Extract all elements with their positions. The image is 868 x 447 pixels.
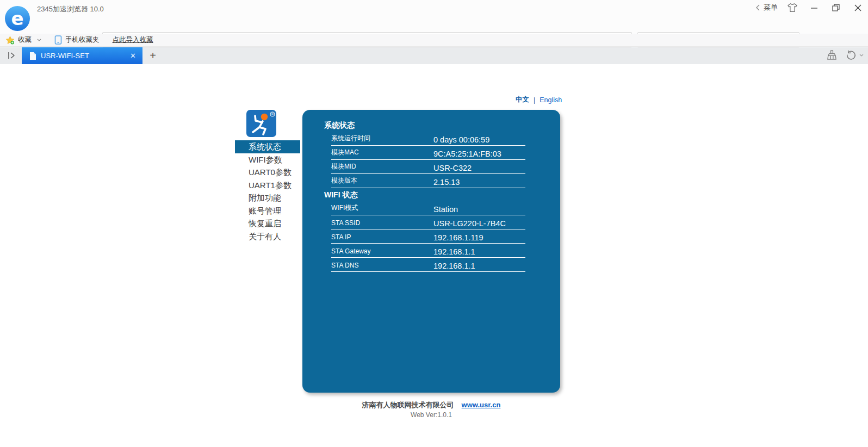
close-button[interactable] bbox=[851, 2, 865, 14]
chevron-left-icon bbox=[755, 4, 760, 11]
chevron-down-icon bbox=[37, 39, 41, 42]
page-icon bbox=[29, 52, 36, 60]
field-label: 模块MAC bbox=[331, 148, 359, 157]
window-title: 2345加速浏览器 10.0 bbox=[37, 4, 104, 14]
minimize-button[interactable] bbox=[807, 2, 821, 14]
field-value: 192.168.1.1 bbox=[433, 262, 475, 270]
page-footer: 济南有人物联网技术有限公司www.usr.cn Web Ver:1.0.1 bbox=[302, 400, 560, 419]
tab-title: USR-WIFI-SET bbox=[41, 52, 130, 60]
field-value: 9C:A5:25:1A:FB:03 bbox=[433, 150, 501, 158]
field-row-wifi-mode: WIFI模式 Station bbox=[331, 202, 525, 215]
language-switcher: 中文 | English bbox=[516, 95, 562, 104]
field-value: 192.168.1.119 bbox=[433, 233, 483, 242]
toolbar: 192.168.1.119 e Costco开业首日 bbox=[0, 15, 868, 34]
usr-iot-logo: R bbox=[246, 110, 276, 137]
lang-divider: | bbox=[534, 96, 535, 104]
status-panel: 系统状态 系统运行时间 0 days 00:06:59 模块MAC 9C:A5:… bbox=[302, 110, 560, 393]
field-row-mac: 模块MAC 9C:A5:25:1A:FB:03 bbox=[331, 147, 525, 160]
field-label: WIFI模式 bbox=[331, 203, 358, 213]
field-value: USR-C322 bbox=[433, 164, 472, 172]
phone-icon bbox=[54, 35, 62, 45]
web-page: 中文 | English R 系统状态 WIFI参数 UART0参数 bbox=[0, 64, 868, 447]
field-label: 模块MID bbox=[331, 162, 356, 171]
restore-button[interactable] bbox=[829, 2, 843, 14]
new-tab-button[interactable]: + bbox=[146, 48, 160, 63]
field-label: STA IP bbox=[331, 233, 351, 241]
field-value: 2.15.13 bbox=[433, 178, 460, 187]
field-row-mid: 模块MID USR-C322 bbox=[331, 161, 525, 174]
lang-english-link[interactable]: English bbox=[540, 96, 562, 104]
sidebar-item-extra-functions[interactable]: 附加功能 bbox=[235, 191, 300, 204]
sidebar-item-restore-restart[interactable]: 恢复重启 bbox=[235, 217, 300, 230]
star-add-icon bbox=[5, 36, 15, 45]
menu-button[interactable]: 菜单 bbox=[755, 3, 778, 13]
import-bookmarks-link[interactable]: 点此导入收藏 bbox=[113, 35, 153, 45]
favorites-label: 收藏 bbox=[18, 35, 32, 45]
field-row-sta-dns: STA DNS 192.168.1.1 bbox=[331, 259, 525, 272]
favorites-button[interactable]: 收藏 bbox=[5, 35, 41, 45]
browser-logo-icon[interactable]: e bbox=[4, 5, 30, 32]
sidebar-item-account-management[interactable]: 账号管理 bbox=[235, 204, 300, 218]
field-row-sta-ip: STA IP 192.168.1.119 bbox=[331, 231, 525, 244]
field-value: USR-LG220-L-7B4C bbox=[433, 219, 506, 228]
section-title-wifi-status: WIFI 状态 bbox=[324, 190, 560, 202]
browser-window: e 2345加速浏览器 10.0 菜单 bbox=[0, 0, 868, 447]
field-value: 192.168.1.1 bbox=[433, 247, 475, 256]
sidebar-item-system-status[interactable]: 系统状态 bbox=[235, 140, 300, 153]
reopen-closed-tab-icon[interactable] bbox=[845, 50, 864, 61]
chevron-down-icon bbox=[859, 54, 864, 57]
web-version: Web Ver:1.0.1 bbox=[302, 411, 560, 419]
sidebar-item-uart1-params[interactable]: UART1参数 bbox=[235, 179, 300, 192]
mobile-favorites-label: 手机收藏夹 bbox=[65, 35, 100, 45]
title-bar: e 2345加速浏览器 10.0 菜单 bbox=[0, 0, 868, 15]
field-row-version: 模块版本 2.15.13 bbox=[331, 175, 525, 188]
cleaner-broom-icon[interactable] bbox=[826, 49, 838, 61]
company-name: 济南有人物联网技术有限公司 bbox=[362, 401, 454, 409]
field-label: 系统运行时间 bbox=[331, 134, 370, 143]
sidebar-menu: 系统状态 WIFI参数 UART0参数 UART1参数 附加功能 账号管理 恢复… bbox=[235, 140, 300, 243]
sidebar-item-uart0-params[interactable]: UART0参数 bbox=[235, 166, 300, 179]
field-row-sta-gateway: STA Gateway 192.168.1.1 bbox=[331, 245, 525, 258]
field-row-sta-ssid: STA SSID USR-LG220-L-7B4C bbox=[331, 216, 525, 229]
field-value: 0 days 00:06:59 bbox=[433, 135, 489, 144]
bookmarks-bar: 收藏 手机收藏夹 点此导入收藏 bbox=[0, 34, 868, 47]
field-row-uptime: 系统运行时间 0 days 00:06:59 bbox=[331, 133, 525, 146]
field-value: Station bbox=[433, 205, 458, 214]
menu-label: 菜单 bbox=[764, 3, 778, 13]
sidebar-item-about-usr[interactable]: 关于有人 bbox=[235, 230, 300, 243]
svg-text:R: R bbox=[271, 112, 274, 116]
tab-close-icon[interactable]: ✕ bbox=[130, 52, 136, 60]
field-label: 模块版本 bbox=[331, 176, 357, 185]
field-label: STA Gateway bbox=[331, 247, 370, 255]
svg-text:e: e bbox=[11, 8, 23, 29]
lang-chinese-link[interactable]: 中文 bbox=[516, 95, 529, 104]
field-label: STA SSID bbox=[331, 219, 360, 227]
usr-website-link[interactable]: www.usr.cn bbox=[462, 401, 501, 409]
tab-bar: USR-WIFI-SET ✕ + bbox=[0, 47, 868, 64]
skin-theme-icon[interactable] bbox=[785, 2, 799, 14]
sidebar-item-wifi-params[interactable]: WIFI参数 bbox=[235, 153, 300, 166]
tab-list-expand-icon[interactable] bbox=[7, 50, 16, 61]
tab-usr-wifi-set[interactable]: USR-WIFI-SET ✕ bbox=[22, 47, 142, 64]
section-title-system-status: 系统状态 bbox=[324, 121, 560, 133]
field-label: STA DNS bbox=[331, 262, 358, 269]
mobile-favorites-button[interactable]: 手机收藏夹 bbox=[54, 35, 100, 45]
